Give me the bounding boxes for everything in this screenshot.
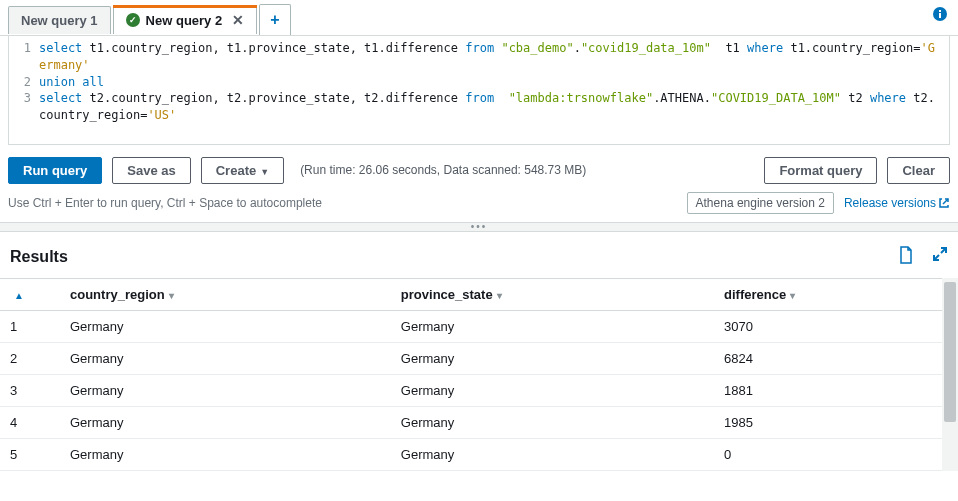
str: 'US' (147, 108, 176, 122)
cell: Germany (391, 310, 714, 342)
tab-label: New query 2 (146, 13, 223, 28)
col-difference[interactable]: difference▾ (714, 278, 958, 310)
btn-label: Create (216, 163, 256, 178)
cell: Germany (391, 342, 714, 374)
cell: Germany (391, 406, 714, 438)
ident: "COVID19_DATA_10M" (711, 91, 841, 105)
tab-new-query-2[interactable]: ✓ New query 2 ✕ (113, 5, 258, 34)
txt: . (574, 41, 581, 55)
scrollbar-thumb[interactable] (944, 282, 956, 422)
info-icon[interactable] (932, 6, 948, 26)
cell: 5 (0, 438, 60, 470)
resize-handle[interactable]: ••• (0, 222, 958, 232)
txt: t2.country_region, t2.province_state, t2… (82, 91, 465, 105)
check-icon: ✓ (126, 13, 140, 27)
new-tab-button[interactable]: + (259, 4, 290, 35)
kw: select (39, 41, 82, 55)
cell: 6824 (714, 342, 958, 374)
kw: from (465, 91, 494, 105)
sort-asc-icon: ▲ (14, 290, 24, 301)
col-label: country_region (70, 287, 165, 302)
svg-rect-1 (939, 13, 941, 18)
cell: 1985 (714, 406, 958, 438)
ident: "covid19_data_10m" (581, 41, 711, 55)
code-area[interactable]: select t1.country_region, t1.province_st… (39, 40, 949, 124)
close-icon[interactable]: ✕ (232, 12, 244, 28)
save-as-button[interactable]: Save as (112, 157, 190, 184)
table-row: 4GermanyGermany1985 (0, 406, 958, 438)
expand-icon[interactable] (932, 246, 948, 268)
col-province-state[interactable]: province_state▾ (391, 278, 714, 310)
plus-icon: + (270, 11, 279, 29)
tab-label: New query 1 (21, 13, 98, 28)
cell: 0 (714, 438, 958, 470)
line-number: 2 (9, 74, 31, 91)
line-number: 3 (9, 90, 31, 107)
line-gutter: 1 2 3 (9, 40, 39, 124)
ident: "lambda:trsnowflake" (509, 91, 654, 105)
col-label: province_state (401, 287, 493, 302)
txt: . (704, 91, 711, 105)
txt: t2 (841, 91, 870, 105)
txt: ATHENA (660, 91, 703, 105)
scrollbar[interactable] (942, 278, 958, 471)
kw: from (465, 41, 494, 55)
cell: 3 (0, 374, 60, 406)
table-row: 1GermanyGermany3070 (0, 310, 958, 342)
txt: t1.country_region= (783, 41, 920, 55)
tab-new-query-1[interactable]: New query 1 (8, 6, 111, 34)
run-query-button[interactable]: Run query (8, 157, 102, 184)
filter-icon: ▾ (790, 290, 795, 301)
cell: 1881 (714, 374, 958, 406)
cell: Germany (391, 438, 714, 470)
results-header: Results (0, 232, 958, 278)
external-link-icon (938, 197, 950, 209)
ident: "cba_demo" (501, 41, 573, 55)
kw: where (870, 91, 906, 105)
cell: 1 (0, 310, 60, 342)
engine-version-badge[interactable]: Athena engine version 2 (687, 192, 834, 214)
line-number: 1 (9, 40, 31, 57)
link-label: Release versions (844, 196, 936, 210)
release-versions-link[interactable]: Release versions (844, 196, 950, 210)
kw: all (82, 75, 104, 89)
cell: Germany (391, 374, 714, 406)
txt: t1 (711, 41, 747, 55)
action-toolbar: Run query Save as Create▼ (Run time: 26.… (0, 145, 958, 190)
col-index[interactable]: ▲ (0, 278, 60, 310)
cell: Germany (60, 406, 391, 438)
col-label: difference (724, 287, 786, 302)
txt (494, 91, 508, 105)
cell: Germany (60, 374, 391, 406)
results-title: Results (10, 248, 68, 266)
table-row: 3GermanyGermany1881 (0, 374, 958, 406)
chevron-down-icon: ▼ (260, 167, 269, 177)
filter-icon: ▾ (169, 290, 174, 301)
cell: 2 (0, 342, 60, 374)
kw: union (39, 75, 75, 89)
cell: 4 (0, 406, 60, 438)
results-table: ▲ country_region▾ province_state▾ differ… (0, 278, 958, 471)
create-button[interactable]: Create▼ (201, 157, 284, 184)
cell: Germany (60, 342, 391, 374)
sql-editor[interactable]: 1 2 3 select t1.country_region, t1.provi… (8, 36, 950, 145)
col-country-region[interactable]: country_region▾ (60, 278, 391, 310)
hint-row: Use Ctrl + Enter to run query, Ctrl + Sp… (0, 190, 958, 222)
table-row: 2GermanyGermany6824 (0, 342, 958, 374)
kw: where (747, 41, 783, 55)
filter-icon: ▾ (497, 290, 502, 301)
cell: Germany (60, 438, 391, 470)
query-tabs: New query 1 ✓ New query 2 ✕ + (0, 0, 958, 36)
table-row: 5GermanyGermany0 (0, 438, 958, 470)
cell: Germany (60, 310, 391, 342)
clear-button[interactable]: Clear (887, 157, 950, 184)
kw: select (39, 91, 82, 105)
runtime-text: (Run time: 26.06 seconds, Data scanned: … (300, 163, 586, 177)
txt: t1.country_region, t1.province_state, t1… (82, 41, 465, 55)
svg-rect-2 (939, 10, 941, 12)
shortcut-hint: Use Ctrl + Enter to run query, Ctrl + Sp… (8, 196, 322, 210)
cell: 3070 (714, 310, 958, 342)
results-table-wrap: ▲ country_region▾ province_state▾ differ… (0, 278, 958, 471)
format-query-button[interactable]: Format query (764, 157, 877, 184)
download-icon[interactable] (898, 246, 914, 268)
